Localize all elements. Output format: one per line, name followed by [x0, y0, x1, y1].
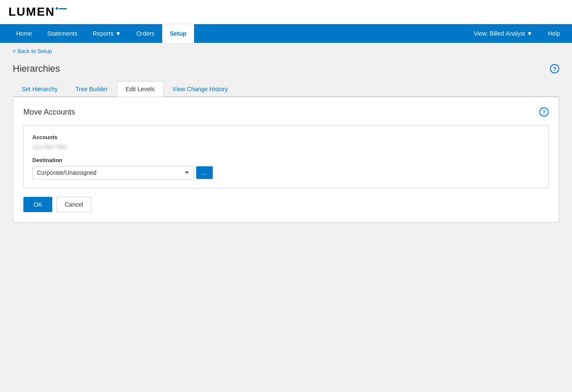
page-help-icon[interactable]: ?: [550, 64, 559, 73]
nav-item-home[interactable]: Home: [8, 24, 39, 43]
accounts-value: 123-456-7890: [32, 144, 67, 150]
breadcrumb-area: < Back to Setup: [0, 43, 572, 59]
tab-view-change-history[interactable]: View Change History: [163, 81, 237, 97]
tab-edit-levels[interactable]: Edit Levels: [117, 81, 163, 97]
destination-row: Corporate/Unassigned Corporate/Division …: [32, 166, 540, 179]
destination-select[interactable]: Corporate/Unassigned Corporate/Division …: [32, 166, 194, 179]
inner-panel: Accounts 123-456-7890 Destination Corpor…: [23, 125, 549, 188]
nav-item-help[interactable]: Help: [544, 24, 564, 43]
move-accounts-title: Move Accounts: [23, 108, 75, 117]
nav-item-reports[interactable]: Reports ▼: [85, 24, 129, 43]
top-header: LUMEN: [0, 0, 572, 24]
action-buttons: OK Cancel: [23, 197, 549, 212]
browse-button[interactable]: ...: [196, 166, 213, 179]
view-analyst-label: View: Billed Analyst: [473, 30, 525, 37]
page-title-row: Hierarchies ?: [13, 63, 559, 74]
nav-item-setup[interactable]: Setup: [162, 24, 194, 43]
logo-dot: [56, 7, 58, 10]
nav-item-view-analyst[interactable]: View: Billed Analyst ▼: [470, 24, 536, 43]
nav-items: Home Statements Reports ▼ Orders Setup: [8, 24, 470, 43]
tab-tree-builder[interactable]: Tree Builder: [67, 81, 117, 97]
move-accounts-card: Move Accounts ? Accounts 123-456-7890 De…: [13, 97, 559, 223]
brand-name: LUMEN: [8, 5, 55, 19]
nav-reports-label: Reports: [93, 30, 113, 37]
nav-item-orders[interactable]: Orders: [129, 24, 162, 43]
card-title-row: Move Accounts ?: [23, 107, 549, 117]
breadcrumb[interactable]: < Back to Setup: [13, 48, 52, 54]
main-nav: Home Statements Reports ▼ Orders Setup V…: [0, 24, 572, 43]
card-help-icon[interactable]: ?: [539, 107, 549, 117]
cancel-button[interactable]: Cancel: [56, 197, 91, 212]
logo: LUMEN: [8, 5, 564, 19]
ok-button[interactable]: OK: [23, 197, 52, 212]
nav-right: View: Billed Analyst ▼ Help: [470, 24, 564, 43]
logo-bar: [59, 8, 67, 9]
accounts-label: Accounts: [32, 134, 540, 140]
nav-item-statements[interactable]: Statements: [39, 24, 85, 43]
page-title: Hierarchies: [13, 63, 60, 74]
reports-dropdown-icon: ▼: [115, 30, 121, 37]
tabs-bar: Set Hierarchy Tree Builder Edit Levels V…: [13, 81, 559, 97]
tab-set-hierarchy[interactable]: Set Hierarchy: [13, 81, 67, 97]
destination-label: Destination: [32, 157, 540, 163]
view-analyst-dropdown-icon: ▼: [527, 30, 533, 37]
page-content: Hierarchies ? Set Hierarchy Tree Builder…: [0, 59, 572, 235]
